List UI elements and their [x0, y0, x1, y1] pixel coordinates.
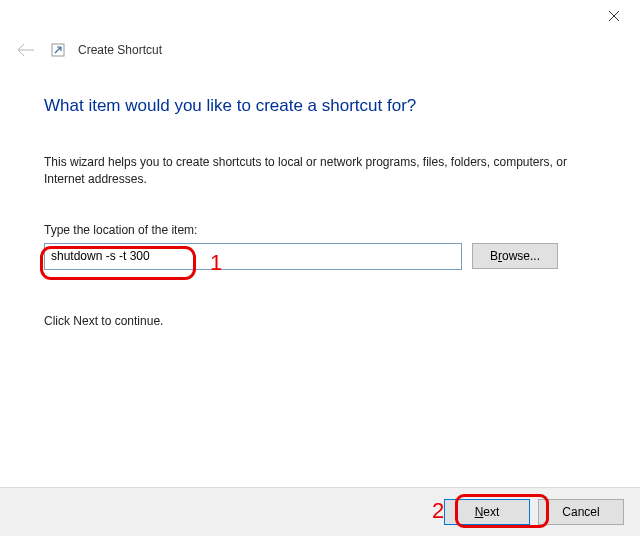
wizard-footer: Next Cancel — [0, 487, 640, 536]
main-heading: What item would you like to create a sho… — [44, 96, 596, 116]
back-arrow-icon — [16, 43, 36, 57]
close-button[interactable] — [594, 4, 634, 28]
wizard-header: Create Shortcut — [0, 32, 640, 68]
location-input[interactable] — [44, 243, 462, 270]
close-icon — [608, 10, 620, 22]
shortcut-icon — [50, 42, 66, 58]
next-label: Next — [475, 505, 500, 519]
location-input-wrap — [44, 243, 462, 270]
back-button[interactable] — [14, 38, 38, 62]
location-label: Type the location of the item: — [44, 223, 596, 237]
wizard-title: Create Shortcut — [78, 43, 162, 57]
next-button[interactable]: Next — [444, 499, 530, 525]
cancel-button[interactable]: Cancel — [538, 499, 624, 525]
continue-hint: Click Next to continue. — [44, 314, 596, 328]
browse-label: Browse... — [490, 249, 540, 263]
titlebar — [0, 0, 640, 32]
location-field-row: Browse... — [44, 243, 596, 270]
browse-button[interactable]: Browse... — [472, 243, 558, 269]
wizard-description: This wizard helps you to create shortcut… — [44, 154, 596, 189]
wizard-content: What item would you like to create a sho… — [0, 68, 640, 328]
